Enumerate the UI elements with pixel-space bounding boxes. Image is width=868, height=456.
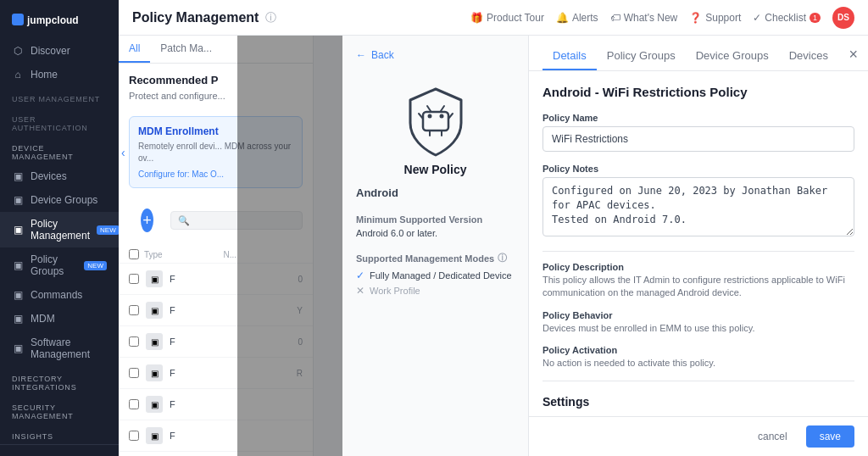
- activation-value: No action is needed to activate this pol…: [542, 357, 854, 370]
- whats-new-icon: 🏷: [610, 12, 620, 24]
- sidebar-item-software-management[interactable]: ▣ Software Management: [0, 331, 119, 366]
- new-policy-modal: × ← Back: [342, 36, 868, 456]
- section-label-security: SECURITY MANAGEMENT: [0, 395, 119, 424]
- sidebar-item-discover[interactable]: ⬡ Discover: [0, 39, 119, 63]
- row-checkbox[interactable]: [129, 274, 139, 284]
- mdm-icon: ▣: [12, 313, 24, 325]
- supported-modes-label: Supported Management Modes ⓘ: [356, 252, 507, 264]
- page-title: Policy Management: [132, 10, 259, 25]
- policy-detail-title: Android - WiFi Restrictions Policy: [542, 85, 854, 99]
- svg-line-10: [441, 106, 444, 111]
- commands-icon: ▣: [12, 289, 24, 301]
- section-label-directory: DIRECTORY INTEGRATIONS: [0, 366, 119, 395]
- whats-new-link[interactable]: 🏷 What's New: [610, 12, 678, 24]
- modal-tabs: Details Policy Groups Device Groups Devi…: [529, 42, 868, 71]
- policy-type-icon: ▣: [146, 427, 163, 444]
- new-policy-title: New Policy: [404, 163, 467, 176]
- tab-details[interactable]: Details: [542, 42, 597, 70]
- cross-icon: ✕: [356, 285, 364, 297]
- policy-type-icon: ▣: [146, 270, 163, 287]
- policy-name-group: Policy Name: [542, 113, 854, 152]
- policy-notes-label: Policy Notes: [542, 164, 854, 174]
- sidebar-item-devices[interactable]: ▣ Devices: [0, 164, 119, 188]
- policy-groups-icon: ▣: [12, 259, 24, 271]
- android-shield-icon: [402, 85, 470, 153]
- svg-rect-2: [423, 112, 448, 131]
- svg-line-9: [427, 106, 431, 111]
- row-checkbox[interactable]: [129, 336, 139, 347]
- svg-rect-0: [12, 14, 24, 25]
- policy-type-icon: ▣: [146, 364, 163, 381]
- select-all-checkbox[interactable]: [129, 249, 139, 259]
- sidebar-item-policy-groups[interactable]: ▣ Policy Groups NEW: [0, 247, 119, 283]
- modal-footer: cancel save: [529, 416, 868, 456]
- tab-device-groups[interactable]: Device Groups: [686, 42, 779, 70]
- behavior-value: Devices must be enrolled in EMM to use t…: [542, 322, 854, 335]
- sidebar-item-chat[interactable]: 💬 Chat: [0, 452, 119, 456]
- mdm-chevron-icon: ‹: [121, 146, 125, 159]
- description-value: This policy allows the IT Admin to confi…: [542, 274, 854, 300]
- alerts-link[interactable]: 🔔 Alerts: [556, 12, 598, 24]
- avatar[interactable]: DS: [832, 7, 854, 29]
- content-wrapper: All Patch Ma... Recommended P Protect an…: [119, 36, 868, 456]
- alerts-icon: 🔔: [556, 12, 569, 24]
- section-label-device-management: DEVICE MANAGEMENT: [0, 136, 119, 164]
- row-checkbox[interactable]: [129, 431, 139, 441]
- product-tour-link[interactable]: 🎁 Product Tour: [470, 12, 544, 24]
- sidebar-item-mdm[interactable]: ▣ MDM: [0, 307, 119, 331]
- policy-management-badge: NEW: [97, 225, 120, 235]
- modal-close-button[interactable]: ×: [849, 46, 858, 64]
- policy-type-icon: ▣: [146, 302, 163, 319]
- policy-type-icon: ▣: [146, 333, 163, 350]
- topbar: Policy Management ⓘ 🎁 Product Tour 🔔 Ale…: [119, 0, 868, 36]
- min-version-value: Android 6.0 or later.: [356, 228, 437, 238]
- discover-icon: ⬡: [12, 45, 24, 57]
- section-label-user-management: User Management: [0, 86, 119, 107]
- policy-notes-group: Policy Notes Configured on June 20, 2023…: [542, 164, 854, 239]
- modal-inner: ← Back: [342, 36, 868, 456]
- policy-notes-textarea[interactable]: Configured on June 20, 2023 by Jonathan …: [542, 177, 854, 236]
- svg-point-4: [439, 114, 443, 119]
- checklist-icon: ✓: [753, 12, 761, 24]
- tab-patch[interactable]: Patch Ma...: [150, 36, 222, 63]
- divider-2: [542, 381, 854, 381]
- android-label: Android: [356, 186, 398, 199]
- policy-name-input[interactable]: [542, 126, 854, 152]
- supported-modes-info-icon[interactable]: ⓘ: [498, 252, 507, 264]
- tab-devices[interactable]: Devices: [779, 42, 838, 70]
- modal-body: Android - WiFi Restrictions Policy Polic…: [529, 71, 868, 416]
- behavior-label: Policy Behavior: [542, 310, 854, 320]
- sidebar-bottom: 💬 Chat ⚙ Settings 👤 Account ◀ Collapse M…: [0, 444, 119, 456]
- details-panel: Details Policy Groups Device Groups Devi…: [529, 36, 868, 456]
- policy-groups-badge: NEW: [84, 261, 107, 270]
- divider: [542, 251, 854, 252]
- sidebar-item-commands[interactable]: ▣ Commands: [0, 283, 119, 307]
- svg-point-3: [427, 114, 431, 119]
- work-profile-mode: ✕ Work Profile: [356, 285, 420, 297]
- policy-description-section: Policy Description This policy allows th…: [542, 262, 854, 300]
- sidebar-item-policy-management[interactable]: ▣ Policy Management NEW: [0, 212, 119, 247]
- section-label-insights: INSIGHTS: [0, 424, 119, 444]
- row-checkbox[interactable]: [129, 368, 139, 378]
- save-button[interactable]: save: [806, 425, 854, 448]
- checklist-link[interactable]: ✓ Checklist 1: [753, 12, 821, 24]
- tab-all[interactable]: All: [119, 36, 150, 63]
- fully-managed-mode: ✓ Fully Managed / Dedicated Device: [356, 270, 512, 281]
- row-checkbox[interactable]: [129, 305, 139, 315]
- row-checkbox[interactable]: [129, 399, 139, 409]
- settings-title: Settings: [542, 395, 854, 409]
- back-arrow-icon: ←: [356, 49, 366, 61]
- support-link[interactable]: ❓ Support: [689, 12, 741, 24]
- topbar-info-icon[interactable]: ⓘ: [265, 10, 276, 25]
- device-groups-icon: ▣: [12, 194, 24, 206]
- back-button[interactable]: ← Back: [356, 49, 394, 61]
- min-version-label: Minimum Supported Version: [356, 214, 482, 225]
- svg-text:jumpcloud: jumpcloud: [26, 14, 79, 26]
- sidebar-item-home[interactable]: ⌂ Home: [0, 63, 119, 86]
- add-policy-button[interactable]: +: [141, 209, 153, 232]
- tab-policy-groups[interactable]: Policy Groups: [597, 42, 686, 70]
- policy-type-icon: ▣: [146, 396, 163, 413]
- android-info-panel: ← Back: [342, 36, 529, 456]
- sidebar-item-device-groups[interactable]: ▣ Device Groups: [0, 188, 119, 212]
- cancel-button[interactable]: cancel: [746, 425, 799, 448]
